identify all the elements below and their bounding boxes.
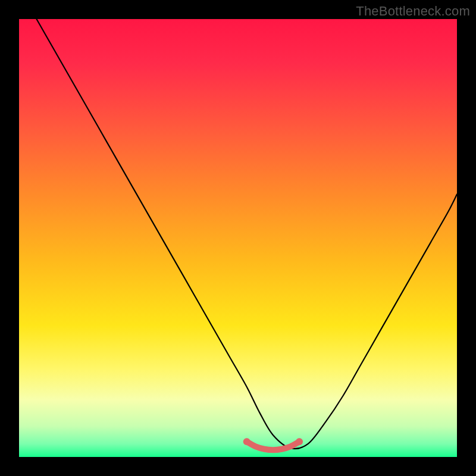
optimal-band-endpoint-right (296, 438, 303, 445)
chart-svg (19, 19, 457, 457)
gradient-rect (19, 19, 457, 457)
watermark-text: TheBottleneck.com (356, 4, 470, 19)
chart-frame: TheBottleneck.com (0, 0, 476, 476)
optimal-band-endpoint-left (243, 438, 250, 445)
plot-area (19, 19, 457, 457)
